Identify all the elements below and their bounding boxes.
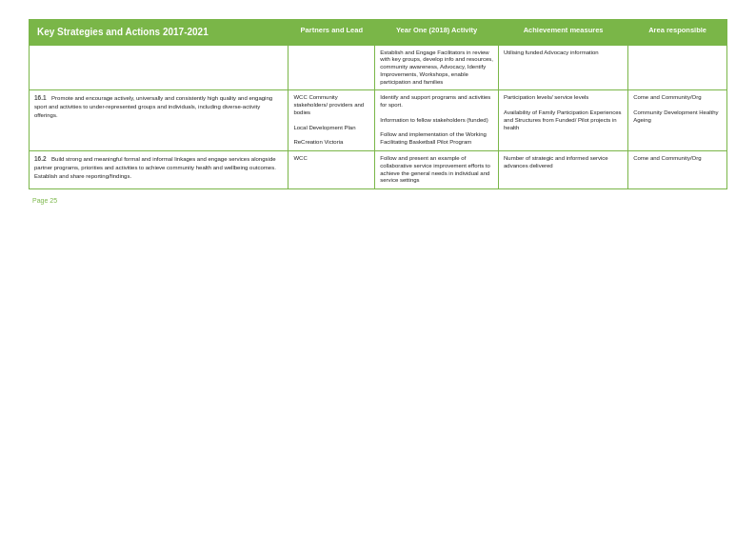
row0-year: Establish and Engage Facilitators in rev…: [375, 45, 499, 90]
table-row: 16.2 Build strong and meaningful formal …: [30, 151, 727, 189]
row2-strategies: 16.2 Build strong and meaningful formal …: [30, 151, 288, 189]
row1-strategies: 16.1 Promote and encourage actively, uni…: [30, 90, 288, 151]
page: Key Strategies and Actions 2017-2021 Par…: [0, 0, 756, 535]
row2-achievement: Number of strategic and informed service…: [498, 151, 627, 189]
col-header-strategies: Key Strategies and Actions 2017-2021: [30, 20, 288, 46]
col-header-area: Area responsible: [628, 20, 727, 46]
row1-area: Come and Community/OrgCommunity Developm…: [628, 90, 727, 151]
row2-partners: WCC: [288, 151, 375, 189]
row2-year: Follow and present an example of collabo…: [375, 151, 499, 189]
row1-partners: WCC Community stakeholders/ providers an…: [288, 90, 375, 151]
col-header-achievement: Achievement measures: [498, 20, 627, 46]
row1-achievement: Participation levels/ service levelsAvai…: [498, 90, 627, 151]
main-table: Key Strategies and Actions 2017-2021 Par…: [29, 19, 727, 189]
row1-year: Identify and support programs and activi…: [375, 90, 499, 151]
row0-area: [628, 45, 727, 90]
col-header-year: Year One (2018) Activity: [375, 20, 499, 46]
row0-strategies: [30, 45, 288, 90]
table-row: 16.1 Promote and encourage actively, uni…: [30, 90, 727, 151]
row2-area: Come and Community/Org: [628, 151, 727, 189]
page-footer: Page 25: [29, 197, 727, 204]
col-header-partners: Partners and Lead: [288, 20, 375, 46]
row0-partners: [288, 45, 375, 90]
row0-achievement: Utilising funded Advocacy information: [498, 45, 627, 90]
table-row: Establish and Engage Facilitators in rev…: [30, 45, 727, 90]
